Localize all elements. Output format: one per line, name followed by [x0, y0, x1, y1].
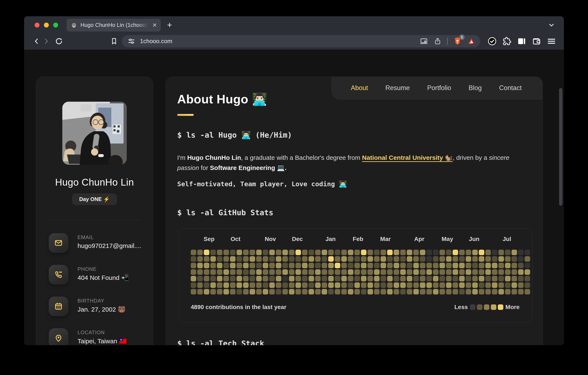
nav-tab-contact[interactable]: Contact [499, 84, 522, 92]
minimize-window-button[interactable] [44, 23, 49, 27]
back-button[interactable] [32, 36, 42, 46]
contribution-cell [453, 250, 458, 255]
contribution-cell [485, 256, 491, 262]
heatmap-week-column [282, 250, 288, 295]
contribution-cell [361, 282, 367, 288]
reload-button[interactable] [54, 36, 64, 46]
traffic-lights [35, 23, 58, 27]
contribution-cell [525, 256, 530, 262]
contribution-cell [289, 282, 294, 288]
contribution-cell [485, 269, 491, 275]
profile-photo [62, 102, 127, 165]
extension-check-icon[interactable] [487, 37, 497, 46]
contribution-cell [204, 289, 209, 295]
contribution-cell [204, 256, 209, 262]
contribution-cell [400, 282, 406, 288]
intro-text: for [199, 164, 210, 171]
contribution-cell [237, 256, 242, 262]
contribution-cell [413, 282, 419, 288]
contribution-cell [368, 282, 373, 288]
contribution-cell [289, 289, 294, 295]
contribution-cell [459, 289, 465, 295]
contribution-cell [276, 289, 281, 295]
contribution-cell [374, 269, 379, 275]
contribution-cell [328, 289, 334, 295]
contribution-cell [413, 256, 419, 262]
contribution-cell [492, 263, 497, 268]
contribution-cell [525, 269, 530, 275]
tab-close-icon[interactable]: ✕ [152, 22, 157, 28]
heatmap-week-column [191, 250, 196, 295]
intro-text: , a graduate with a Bachelor's degree fr… [241, 154, 362, 161]
close-window-button[interactable] [35, 23, 40, 27]
nav-tab-resume[interactable]: Resume [385, 84, 410, 92]
contribution-cell [426, 263, 432, 268]
contribution-cell [250, 282, 255, 288]
contribution-cell [309, 276, 314, 281]
share-icon[interactable] [434, 37, 442, 45]
nav-tab-blog[interactable]: Blog [469, 84, 482, 92]
contribution-cell [217, 256, 222, 262]
contribution-cell [381, 289, 386, 295]
contribution-cell [400, 256, 406, 262]
contribution-cell [243, 269, 249, 275]
contact-item-phone: PHONE 404 Not Found 📲 [49, 265, 153, 284]
contribution-cell [374, 256, 379, 262]
contribution-cell [210, 256, 216, 262]
contribution-cell [191, 276, 196, 281]
contribution-cell [492, 250, 497, 255]
contribution-cell [309, 282, 314, 288]
contribution-cell [322, 276, 327, 281]
contribution-cell [315, 269, 321, 275]
page-scrollbar[interactable] [559, 88, 562, 206]
zoom-window-button[interactable] [53, 23, 58, 27]
contribution-cell [328, 269, 334, 275]
nav-tab-portfolio[interactable]: Portfolio [427, 84, 451, 92]
brave-rewards-icon[interactable] [467, 37, 476, 45]
contribution-cell [348, 289, 353, 295]
contribution-cell [472, 276, 478, 281]
profile-badge: Day ONE ⚡ [72, 193, 117, 205]
url-bar[interactable]: 1chooo.com [122, 35, 480, 47]
screenshot-stage: Hugo ChunHo Lin (1chooo) | ( ✕ + [0, 0, 588, 375]
contribution-cell [335, 282, 340, 288]
contribution-cell [230, 289, 235, 295]
new-tab-button[interactable]: + [167, 20, 172, 30]
heatmap-week-column [512, 250, 517, 295]
contribution-cell [381, 269, 386, 275]
heatmap-week-column [381, 250, 386, 295]
contribution-cell [282, 269, 288, 275]
contribution-cell [420, 276, 425, 281]
menu-hamburger-icon[interactable] [546, 36, 556, 46]
sidebar-toggle-icon[interactable] [517, 37, 526, 46]
contribution-cell [348, 276, 353, 281]
site-settings-icon[interactable] [127, 37, 135, 45]
contribution-cell [361, 289, 367, 295]
brave-shield-icon[interactable]: 1 [453, 37, 462, 46]
intro-paragraph: I'm Hugo ChunHo Lin, a graduate with a B… [177, 153, 522, 173]
contribution-cell [387, 263, 393, 268]
heatmap-week-column [485, 250, 491, 295]
heatmap-week-column [197, 250, 203, 295]
contact-value-email[interactable]: hugo970217@gmail.... [77, 242, 141, 249]
extensions-puzzle-icon[interactable] [502, 37, 512, 46]
forward-button[interactable] [42, 36, 51, 46]
bookmark-icon[interactable] [109, 36, 119, 46]
contribution-cell [400, 250, 406, 255]
ls-tech-heading: $ ls -al Tech Stack [177, 339, 543, 345]
contribution-cell [512, 276, 517, 281]
heatmap-week-column [394, 250, 399, 295]
tab-search-chevron-icon[interactable] [548, 22, 555, 29]
contribution-cell [204, 269, 209, 275]
browser-tab[interactable]: Hugo ChunHo Lin (1chooo) | ( ✕ [66, 19, 161, 32]
contribution-cell [282, 263, 288, 268]
contribution-cell [256, 269, 262, 275]
install-app-icon[interactable] [420, 37, 428, 45]
university-link[interactable]: National Central University 🐿️ [362, 154, 453, 161]
nav-tab-about[interactable]: About [351, 84, 368, 92]
contribution-cell [250, 289, 255, 295]
contribution-cell [269, 282, 275, 288]
wallet-icon[interactable] [532, 37, 541, 46]
contribution-cell [335, 250, 340, 255]
contribution-cell [322, 282, 327, 288]
